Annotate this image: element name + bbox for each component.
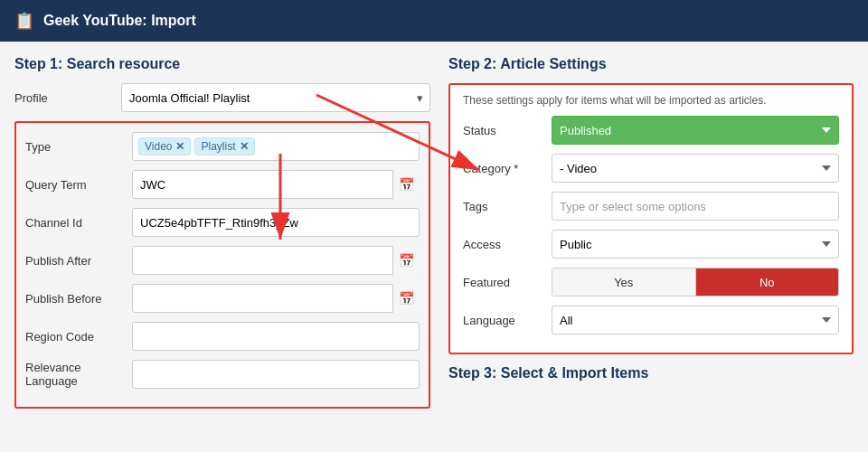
featured-group: Featured Yes No	[463, 268, 839, 297]
publish-after-wrapper: 📅	[132, 246, 420, 275]
publish-before-label: Publish Before	[25, 292, 125, 306]
query-group: Query Term 📅	[25, 170, 420, 199]
featured-control: Yes No	[552, 268, 839, 297]
search-params-box: Type Video ✕ Playlist ✕ Query Te	[14, 121, 430, 409]
publish-after-label: Publish After	[25, 254, 125, 268]
step3-title: Step 3: Select & Import Items	[448, 365, 854, 381]
step2-title: Step 2: Article Settings	[448, 56, 854, 72]
header-icon: 📋	[14, 11, 34, 31]
tags-label: Tags	[463, 200, 544, 213]
tags-input[interactable]: Type or select some options	[552, 192, 839, 221]
access-group: Access Public	[463, 230, 839, 259]
publish-before-input[interactable]	[132, 284, 420, 313]
access-control: Public	[552, 230, 839, 259]
profile-label: Profile	[14, 91, 114, 105]
channel-label: Channel Id	[25, 216, 125, 230]
tags-control: Type or select some options	[552, 192, 839, 221]
status-group: Status Published	[463, 116, 839, 145]
region-group: Region Code	[25, 322, 420, 351]
query-input-wrapper: 📅	[132, 170, 420, 199]
region-input[interactable]	[132, 322, 420, 351]
category-label: Category *	[463, 162, 544, 175]
query-input[interactable]	[132, 170, 420, 199]
type-group: Type Video ✕ Playlist ✕	[25, 132, 420, 161]
right-panel: Step 2: Article Settings These settings …	[448, 56, 854, 434]
status-control: Published	[552, 116, 839, 145]
publish-after-input[interactable]	[132, 246, 420, 275]
query-calendar-icon[interactable]: 📅	[392, 170, 420, 199]
article-settings-box: These settings apply for items what will…	[448, 83, 854, 354]
query-label: Query Term	[25, 178, 125, 192]
channel-group: Channel Id	[25, 208, 420, 237]
featured-yes-button[interactable]: Yes	[552, 268, 696, 296]
featured-toggle: Yes No	[552, 268, 839, 297]
playlist-tag: Playlist ✕	[194, 137, 254, 155]
language-label: Language	[463, 314, 544, 327]
category-control: - Video	[552, 154, 839, 183]
access-label: Access	[463, 238, 544, 251]
access-select[interactable]: Public	[552, 230, 839, 259]
publish-before-wrapper: 📅	[132, 284, 420, 313]
profile-select[interactable]: Joomla Official! Playlist	[121, 83, 430, 112]
playlist-tag-remove[interactable]: ✕	[240, 140, 249, 153]
type-tags-wrapper[interactable]: Video ✕ Playlist ✕	[132, 132, 420, 161]
profile-group: Profile Joomla Official! Playlist ▾	[14, 83, 430, 112]
profile-select-wrapper: Joomla Official! Playlist ▾	[121, 83, 430, 112]
header-title: Geek YouTube: Import	[43, 13, 196, 29]
video-tag: Video ✕	[138, 137, 191, 155]
region-label: Region Code	[25, 330, 125, 344]
channel-input[interactable]	[132, 208, 420, 237]
featured-no-button[interactable]: No	[696, 268, 839, 296]
publish-after-group: Publish After 📅	[25, 246, 420, 275]
featured-label: Featured	[463, 276, 544, 289]
language-select[interactable]: All	[552, 306, 839, 334]
publish-after-calendar-icon[interactable]: 📅	[392, 246, 420, 275]
relevance-group: Relevance Language	[25, 360, 420, 389]
status-select[interactable]: Published	[552, 116, 839, 145]
type-label: Type	[25, 140, 125, 154]
category-select[interactable]: - Video	[552, 154, 839, 183]
relevance-input[interactable]	[132, 360, 420, 389]
language-group: Language All	[463, 306, 839, 334]
app-header: 📋 Geek YouTube: Import	[0, 0, 868, 42]
status-label: Status	[463, 124, 544, 137]
tags-group: Tags Type or select some options	[463, 192, 839, 221]
video-tag-remove[interactable]: ✕	[175, 140, 184, 153]
step2-note: These settings apply for items what will…	[463, 94, 839, 107]
left-panel: Step 1: Search resource Profile Joomla O…	[14, 56, 430, 434]
publish-before-calendar-icon[interactable]: 📅	[392, 284, 420, 313]
step1-title: Step 1: Search resource	[14, 56, 430, 72]
category-group: Category * - Video	[463, 154, 839, 183]
publish-before-group: Publish Before 📅	[25, 284, 420, 313]
language-control: All	[552, 306, 839, 334]
relevance-label: Relevance Language	[25, 361, 125, 388]
